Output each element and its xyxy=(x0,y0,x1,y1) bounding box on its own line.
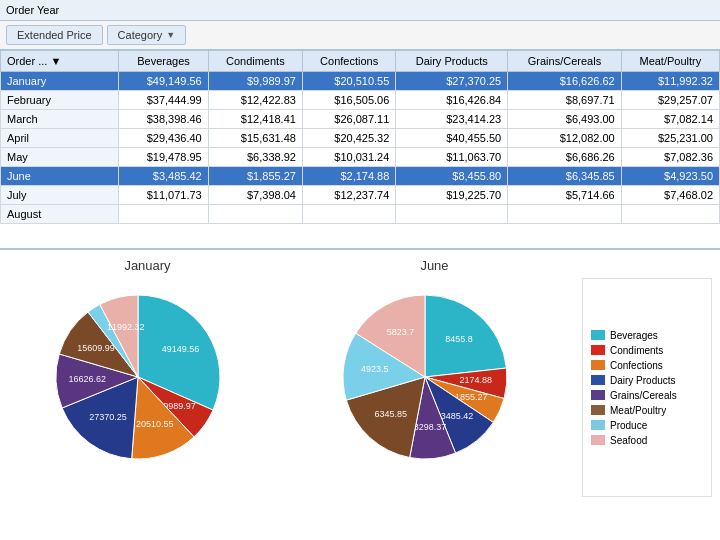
row-label: June xyxy=(1,167,119,186)
extended-price-button[interactable]: Extended Price xyxy=(6,25,103,45)
legend-label: Seafood xyxy=(610,435,647,446)
legend-swatch xyxy=(591,345,605,355)
row-label: August xyxy=(1,205,119,224)
legend-label: Condiments xyxy=(610,345,663,356)
col-dairy: Dairy Products xyxy=(396,51,508,72)
legend-item: Dairy Products xyxy=(591,375,703,386)
table-cell: $12,418.41 xyxy=(208,110,302,129)
pie-label: 3298.37 xyxy=(413,422,446,432)
table-cell: $16,426.84 xyxy=(396,91,508,110)
table-cell: $2,174.88 xyxy=(302,167,395,186)
table-cell: $11,063.70 xyxy=(396,148,508,167)
legend-label: Dairy Products xyxy=(610,375,676,386)
row-label: July xyxy=(1,186,119,205)
table-cell: $29,257.07 xyxy=(621,91,719,110)
pivot-toolbar: Extended Price Category ▼ xyxy=(0,21,720,50)
table-cell: $7,082.14 xyxy=(621,110,719,129)
category-button[interactable]: Category ▼ xyxy=(107,25,187,45)
chart-legend: BeveragesCondimentsConfectionsDairy Prod… xyxy=(582,278,712,497)
legend-swatch xyxy=(591,435,605,445)
table-cell: $7,398.04 xyxy=(208,186,302,205)
table-cell-empty xyxy=(621,205,719,224)
table-cell: $15,631.48 xyxy=(208,129,302,148)
table-cell: $6,493.00 xyxy=(508,110,621,129)
table-cell: $5,714.66 xyxy=(508,186,621,205)
table-cell: $19,225.70 xyxy=(396,186,508,205)
table-cell: $25,231.00 xyxy=(621,129,719,148)
sort-icon: ▼ xyxy=(166,30,175,40)
table-container[interactable]: Order ... ▼ Beverages Condiments Confect… xyxy=(0,50,720,250)
legend-item: Beverages xyxy=(591,330,703,341)
table-cell: $26,087.11 xyxy=(302,110,395,129)
table-cell: $27,370.25 xyxy=(396,72,508,91)
pivot-table: Order ... ▼ Beverages Condiments Confect… xyxy=(0,50,720,224)
table-cell-empty xyxy=(119,205,208,224)
legend-label: Meat/Poultry xyxy=(610,405,666,416)
col-beverages: Beverages xyxy=(119,51,208,72)
legend-swatch xyxy=(591,420,605,430)
row-label: February xyxy=(1,91,119,110)
table-cell: $16,505.06 xyxy=(302,91,395,110)
january-pie-chart: 49149.569989.9720510.5527370.2516626.621… xyxy=(38,277,258,477)
table-cell: $6,686.26 xyxy=(508,148,621,167)
table-cell-empty xyxy=(302,205,395,224)
table-cell: $49,149.56 xyxy=(119,72,208,91)
row-header: Order ... ▼ xyxy=(1,51,119,72)
legend-item: Produce xyxy=(591,420,703,431)
col-condiments: Condiments xyxy=(208,51,302,72)
table-cell: $8,455.80 xyxy=(396,167,508,186)
table-cell: $29,436.40 xyxy=(119,129,208,148)
pie-label: 6345.85 xyxy=(374,409,407,419)
june-pie-chart: 8455.82174.881855.273485.423298.376345.8… xyxy=(325,277,545,477)
table-cell-empty xyxy=(208,205,302,224)
pie-label: 15609.99 xyxy=(77,343,115,353)
table-cell: $6,345.85 xyxy=(508,167,621,186)
pie-label: 3485.42 xyxy=(440,411,473,421)
table-cell: $12,422.83 xyxy=(208,91,302,110)
legend-label: Produce xyxy=(610,420,647,431)
table-cell: $8,697.71 xyxy=(508,91,621,110)
table-cell: $12,082.00 xyxy=(508,129,621,148)
pie-label: 2174.88 xyxy=(459,375,492,385)
january-title: January xyxy=(124,258,170,273)
col-grains: Grains/Cereals xyxy=(508,51,621,72)
table-cell: $3,485.42 xyxy=(119,167,208,186)
pie-label: 4923.5 xyxy=(360,364,388,374)
row-label: January xyxy=(1,72,119,91)
legend-item: Seafood xyxy=(591,435,703,446)
table-cell: $20,425.32 xyxy=(302,129,395,148)
pie-label: 16626.62 xyxy=(68,374,106,384)
legend-swatch xyxy=(591,390,605,400)
table-cell: $11,992.32 xyxy=(621,72,719,91)
legend-label: Beverages xyxy=(610,330,658,341)
chart-area: January 49149.569989.9720510.5527370.251… xyxy=(0,250,720,505)
legend-item: Grains/Cereals xyxy=(591,390,703,401)
pie-label: 27370.25 xyxy=(89,412,127,422)
table-cell: $10,031.24 xyxy=(302,148,395,167)
filter-label: Order Year xyxy=(6,4,59,16)
legend-swatch xyxy=(591,360,605,370)
table-cell: $19,478.95 xyxy=(119,148,208,167)
table-cell: $9,989.97 xyxy=(208,72,302,91)
table-cell-empty xyxy=(396,205,508,224)
legend-item: Confections xyxy=(591,360,703,371)
table-cell: $23,414.23 xyxy=(396,110,508,129)
pie-label: 8455.8 xyxy=(445,334,473,344)
june-title: June xyxy=(420,258,448,273)
row-label: May xyxy=(1,148,119,167)
table-cell: $7,468.02 xyxy=(621,186,719,205)
legend-swatch xyxy=(591,330,605,340)
col-confections: Confections xyxy=(302,51,395,72)
table-cell: $20,510.55 xyxy=(302,72,395,91)
table-cell: $1,855.27 xyxy=(208,167,302,186)
table-cell: $12,237.74 xyxy=(302,186,395,205)
table-cell: $11,071.73 xyxy=(119,186,208,205)
legend-item: Meat/Poultry xyxy=(591,405,703,416)
pie-label: 20510.55 xyxy=(136,419,174,429)
table-cell: $7,082.36 xyxy=(621,148,719,167)
row-label: April xyxy=(1,129,119,148)
table-cell-empty xyxy=(508,205,621,224)
row-label: March xyxy=(1,110,119,129)
legend-swatch xyxy=(591,405,605,415)
table-cell: $16,626.62 xyxy=(508,72,621,91)
